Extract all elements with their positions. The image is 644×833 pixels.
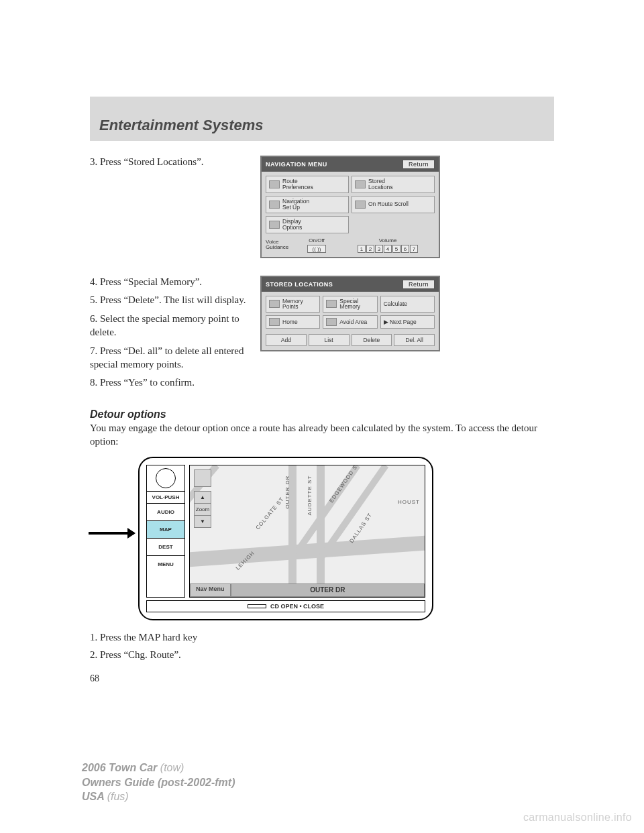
after-step2: 2. Press “Chg. Route”.	[90, 649, 554, 662]
vol-2[interactable]: 2	[366, 245, 374, 253]
footer-code2: (fus)	[107, 791, 129, 802]
detour-intro: You may engage the detour option once a …	[90, 422, 554, 449]
add-button[interactable]: Add	[266, 334, 307, 346]
nav-menu-button[interactable]: Nav Menu	[190, 584, 231, 597]
map-bottom-bar: Nav Menu OUTER DR	[190, 584, 425, 597]
voice-guidance-label: Voice Guidance	[266, 239, 292, 250]
nav-cell-nav-setup[interactable]: Navigation Set Up	[266, 196, 349, 213]
home-icon	[269, 318, 280, 326]
list-button[interactable]: List	[309, 334, 350, 346]
section-title: Entertainment Systems	[99, 117, 545, 134]
zoom-down-icon[interactable]: ▼	[195, 516, 211, 527]
vol-7[interactable]: 7	[410, 245, 418, 253]
stored-loc-actions: Add List Delete Del. All	[266, 334, 435, 346]
footer-guide: Owners Guide (post-2002-fmt)	[82, 775, 235, 790]
route-icon	[269, 180, 280, 188]
step7: 7. Press “Del. all” to delete all entere…	[90, 345, 251, 372]
compass-button[interactable]	[194, 469, 211, 487]
onoff-toggle[interactable]: (( ))	[307, 245, 326, 253]
vol-push-label: VOL·PUSH	[147, 491, 184, 503]
vol-4[interactable]: 4	[384, 245, 392, 253]
memory-icon	[269, 300, 280, 308]
step8: 8. Press “Yes” to confirm.	[90, 376, 251, 390]
step3: 3. Press “Stored Locations”.	[90, 156, 251, 169]
display-icon	[269, 221, 280, 229]
scroll-icon	[355, 201, 366, 209]
step3-row: 3. Press “Stored Locations”. NAVIGATION …	[90, 156, 554, 258]
nav-unit-diagram: VOL·PUSH AUDIO MAP DEST MENU LEHIGH COLG…	[138, 457, 433, 620]
zoom-label: Zoom	[195, 504, 211, 516]
pin-icon	[355, 180, 366, 188]
footer-code1: (tow)	[160, 762, 184, 773]
map-display: LEHIGH COLGATE ST OUTER DR AUDETTE ST ED…	[189, 465, 425, 598]
cell-home[interactable]: Home	[266, 315, 320, 329]
vol-6[interactable]: 6	[401, 245, 409, 253]
menu-key[interactable]: MENU	[147, 555, 184, 573]
step6: 6. Select the special memory point to de…	[90, 313, 251, 339]
stored-loc-grid: Memory Points Special Memory Calculate H…	[266, 296, 435, 329]
detour-heading: Detour options	[90, 408, 554, 421]
cd-open-close[interactable]: CD OPEN • CLOSE	[146, 600, 425, 612]
footer-model: 2006 Town Car	[82, 762, 157, 773]
delete-button[interactable]: Delete	[352, 334, 392, 346]
current-road: OUTER DR	[231, 584, 425, 597]
volume-knob[interactable]	[147, 465, 184, 491]
nav-cell-stored-locations[interactable]: Stored Locations	[352, 176, 435, 193]
step4: 4. Press “Special Memory”.	[90, 276, 251, 289]
voice-volume: Volume 1 2 3 4 5 6 7	[341, 237, 435, 253]
steps-4-8-row: 4. Press “Special Memory”. 5. Press “Del…	[90, 276, 554, 396]
stored-locations-screenshot: STORED LOCATIONS Return Memory Points Sp…	[260, 276, 440, 352]
voice-onoff: On/Off (( ))	[297, 237, 337, 253]
step5: 5. Press “Delete”. The list will display…	[90, 294, 251, 307]
cd-bar: CD OPEN • CLOSE	[146, 600, 425, 612]
street-houst: HOUST	[398, 499, 420, 505]
stored-loc-title: STORED LOCATIONS	[266, 281, 333, 288]
cell-memory-points[interactable]: Memory Points	[266, 296, 320, 313]
pointer-arrow	[89, 532, 134, 535]
step3-text: 3. Press “Stored Locations”.	[90, 156, 251, 174]
del-all-button[interactable]: Del. All	[394, 334, 435, 346]
gear-icon	[269, 201, 280, 209]
street-outer: OUTER DR	[284, 475, 290, 508]
nav-menu-titlebar: NAVIGATION MENU Return	[262, 157, 439, 172]
street-audette: AUDETTE ST	[307, 475, 313, 515]
knob-circle	[156, 468, 176, 488]
watermark: carmanualsonline.info	[523, 812, 632, 824]
cell-next-page[interactable]: ▶ Next Page	[380, 315, 435, 329]
cell-calculate[interactable]: Calculate	[380, 296, 435, 313]
avoid-icon	[326, 318, 337, 326]
cd-slot-icon	[248, 604, 266, 608]
map-key[interactable]: MAP	[147, 520, 184, 538]
page-content: Entertainment Systems 3. Press “Stored L…	[90, 97, 554, 684]
return-button[interactable]: Return	[402, 160, 435, 169]
volume-bar[interactable]: 1 2 3 4 5 6 7	[341, 245, 435, 253]
stored-loc-titlebar: STORED LOCATIONS Return	[262, 277, 439, 292]
voice-guidance-row: Voice Guidance On/Off (( )) Volume 1 2 3…	[266, 237, 435, 253]
after-step1: 1. Press the MAP hard key	[90, 631, 554, 645]
nav-menu-body: Route Preferences Stored Locations Navig…	[262, 172, 439, 257]
footer: 2006 Town Car (tow) Owners Guide (post-2…	[82, 761, 235, 804]
section-header: Entertainment Systems	[90, 97, 554, 141]
cell-special-memory[interactable]: Special Memory	[323, 296, 377, 313]
nav-cell-route-prefs[interactable]: Route Preferences	[266, 176, 349, 193]
street-colgate: COLGATE ST	[255, 496, 286, 531]
hardkey-panel: VOL·PUSH AUDIO MAP DEST MENU	[146, 465, 185, 598]
dest-key[interactable]: DEST	[147, 538, 184, 555]
zoom-up-icon[interactable]: ▲	[195, 492, 211, 504]
vol-5[interactable]: 5	[392, 245, 400, 253]
vol-3[interactable]: 3	[375, 245, 383, 253]
zoom-control[interactable]: ▲ Zoom ▼	[194, 491, 211, 528]
cell-avoid-area[interactable]: Avoid Area	[323, 315, 377, 329]
special-icon	[326, 300, 337, 308]
vol-1[interactable]: 1	[358, 245, 366, 253]
steps-4-8-text: 4. Press “Special Memory”. 5. Press “Del…	[90, 276, 251, 396]
street-edgewood: EDGEWOOD ST	[328, 465, 361, 504]
return-button[interactable]: Return	[402, 280, 435, 289]
road-vertical-2	[317, 465, 325, 597]
stored-loc-body: Memory Points Special Memory Calculate H…	[262, 292, 439, 351]
audio-key[interactable]: AUDIO	[147, 503, 184, 520]
footer-region: USA	[82, 791, 104, 802]
page-number: 68	[90, 673, 554, 684]
nav-cell-route-scroll[interactable]: On Route Scroll	[352, 196, 435, 213]
nav-cell-display-options[interactable]: Display Options	[266, 216, 349, 233]
